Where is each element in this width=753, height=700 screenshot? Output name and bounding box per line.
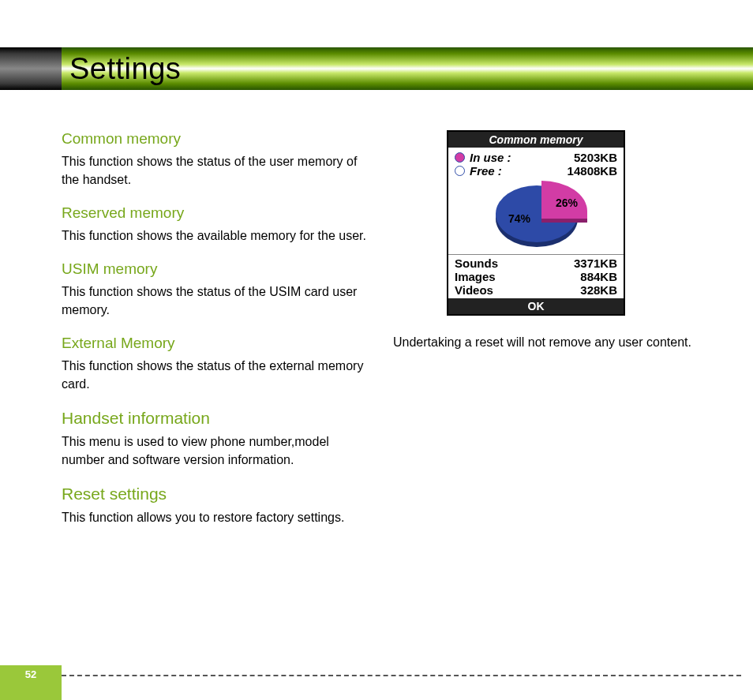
left-column: Common memory This function shows the st… — [62, 130, 373, 542]
para-external-memory: This function shows the status of the ex… — [62, 357, 373, 393]
list-label: Videos — [455, 283, 580, 297]
page: Settings Common memory This function sho… — [0, 0, 753, 700]
list-label: Images — [455, 270, 580, 283]
phone-pie-chart: 26% 74% — [448, 181, 624, 254]
phone-legend: In use : 5203KB Free : 14808KB — [448, 148, 624, 181]
title-bar-accent — [0, 47, 62, 90]
para-reset-settings: This function allows you to restore fact… — [62, 508, 373, 526]
list-item: Sounds 3371KB — [455, 256, 617, 270]
heading-reserved-memory: Reserved memory — [62, 204, 373, 222]
list-item: Images 884KB — [455, 270, 617, 283]
list-item: Videos 328KB — [455, 283, 617, 297]
page-number: 52 — [0, 665, 62, 683]
list-value: 3371KB — [574, 256, 617, 270]
list-value: 328KB — [580, 283, 617, 297]
list-value: 884KB — [580, 270, 617, 283]
legend-free: Free : 14808KB — [455, 164, 617, 178]
phone-breakdown-list: Sounds 3371KB Images 884KB Videos 328KB — [448, 254, 624, 298]
heading-common-memory: Common memory — [62, 130, 373, 148]
dot-in-use-icon — [455, 152, 465, 163]
legend-in-use-label: In use : — [470, 151, 574, 164]
phone-ok-softkey: OK — [448, 298, 624, 314]
legend-free-label: Free : — [470, 164, 568, 178]
para-reserved-memory: This function shows the available memory… — [62, 226, 373, 245]
para-usim-memory: This function shows the status of the US… — [62, 283, 373, 319]
para-handset-info: This menu is used to view phone number,m… — [62, 432, 373, 469]
reset-note: Undertaking a reset will not remove any … — [393, 333, 709, 351]
right-column: Common memory In use : 5203KB Free : 148… — [393, 130, 709, 367]
dot-free-icon — [455, 166, 465, 176]
footer-accent — [0, 683, 62, 700]
heading-external-memory: External Memory — [62, 335, 373, 352]
para-common-memory: This function shows the status of the us… — [62, 152, 373, 189]
legend-in-use-value: 5203KB — [574, 151, 617, 164]
heading-handset-info: Handset information — [62, 409, 373, 428]
footer-divider — [62, 675, 741, 676]
phone-screenshot: Common memory In use : 5203KB Free : 148… — [447, 130, 625, 316]
phone-title: Common memory — [448, 132, 624, 148]
page-title: Settings — [69, 47, 181, 90]
list-label: Sounds — [455, 256, 574, 270]
pie-label-free: 74% — [508, 212, 530, 225]
legend-in-use: In use : 5203KB — [455, 151, 617, 164]
pie-label-in-use: 26% — [556, 197, 578, 209]
legend-free-value: 14808KB — [568, 164, 617, 178]
heading-usim-memory: USIM memory — [62, 260, 373, 278]
heading-reset-settings: Reset settings — [62, 485, 373, 503]
